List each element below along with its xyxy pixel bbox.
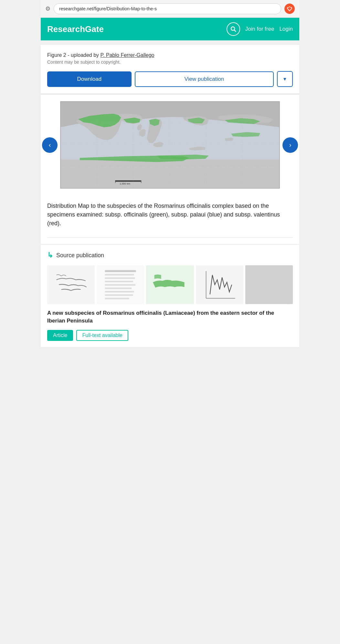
figure-caption: Distribution Map to the subspecies of th… bbox=[41, 195, 299, 238]
thumbnail-3[interactable] bbox=[146, 265, 194, 304]
dropdown-button[interactable]: ▾ bbox=[277, 71, 293, 87]
site-header: ResearchGate Join for free Login bbox=[41, 18, 299, 40]
author-link[interactable]: P. Pablo Ferrer-Gallego bbox=[101, 52, 154, 58]
figure-image-container: ‹ bbox=[41, 95, 299, 195]
thumbnail-2[interactable] bbox=[97, 265, 144, 304]
header-nav: Join for free Login bbox=[245, 26, 293, 32]
svg-rect-32 bbox=[250, 265, 288, 304]
publication-badges: Article Full-text available bbox=[47, 330, 293, 341]
chevron-right-icon: › bbox=[289, 141, 292, 149]
svg-rect-4 bbox=[115, 180, 141, 182]
figure-meta: Figure 2 - uploaded by P. Pablo Ferrer-G… bbox=[47, 52, 293, 58]
figure-metadata-card: Figure 2 - uploaded by P. Pablo Ferrer-G… bbox=[41, 44, 299, 94]
source-header: ↳ Source publication bbox=[47, 251, 293, 259]
svg-line-1 bbox=[234, 30, 236, 32]
join-button[interactable]: Join for free bbox=[245, 26, 274, 32]
distribution-map: 1,000 km bbox=[60, 101, 280, 189]
next-arrow-button[interactable]: › bbox=[282, 137, 298, 153]
svg-rect-25 bbox=[105, 291, 134, 293]
chevron-left-icon: ‹ bbox=[49, 141, 51, 149]
thumbnail-1[interactable] bbox=[47, 265, 95, 304]
figure-section: ‹ bbox=[41, 94, 299, 348]
svg-rect-21 bbox=[105, 278, 135, 279]
chevron-down-icon: ▾ bbox=[283, 76, 286, 82]
source-label: Source publication bbox=[56, 252, 104, 259]
browser-bar: ⚙ researchgate.net/figure/Distribution-M… bbox=[41, 0, 299, 18]
svg-rect-20 bbox=[105, 274, 134, 276]
site-logo: ResearchGate bbox=[47, 24, 221, 34]
svg-rect-5 bbox=[115, 180, 116, 183]
svg-rect-26 bbox=[105, 294, 133, 296]
svg-rect-22 bbox=[105, 281, 133, 282]
login-button[interactable]: Login bbox=[279, 26, 293, 32]
thumb-placeholder-svg bbox=[245, 265, 293, 304]
svg-text:1,000 km: 1,000 km bbox=[120, 182, 130, 185]
thumbnail-5[interactable] bbox=[245, 265, 293, 304]
thumb-chart-svg bbox=[196, 265, 243, 304]
thumb-green-map-svg bbox=[146, 265, 194, 304]
url-text: researchgate.net/figure/Distribution-Map… bbox=[59, 6, 276, 11]
action-buttons: Download View publication ▾ bbox=[47, 71, 293, 87]
brave-browser-icon bbox=[284, 4, 295, 14]
publication-thumbnails bbox=[47, 265, 293, 304]
svg-rect-6 bbox=[141, 180, 141, 183]
svg-rect-27 bbox=[105, 298, 129, 300]
svg-rect-19 bbox=[105, 270, 136, 272]
thumbnail-4[interactable] bbox=[196, 265, 243, 304]
source-arrow-icon: ↳ bbox=[47, 251, 53, 259]
search-button[interactable] bbox=[227, 22, 240, 36]
thumb-map-svg bbox=[47, 265, 95, 304]
svg-rect-23 bbox=[105, 284, 136, 286]
thumb-text-svg bbox=[97, 265, 144, 304]
prev-arrow-button[interactable]: ‹ bbox=[42, 137, 58, 153]
download-button[interactable]: Download bbox=[47, 71, 132, 87]
article-badge: Article bbox=[47, 330, 73, 341]
url-bar[interactable]: researchgate.net/figure/Distribution-Map… bbox=[54, 3, 281, 14]
source-publication-section: ↳ Source publication bbox=[41, 244, 299, 347]
svg-rect-24 bbox=[105, 288, 132, 289]
copyright-text: Content may be subject to copyright. bbox=[47, 59, 293, 65]
publication-title: A new subspecies of Rosmarinus officinal… bbox=[47, 309, 293, 325]
settings-icon: ⚙ bbox=[45, 5, 50, 12]
svg-point-0 bbox=[231, 27, 235, 30]
fulltext-badge-button[interactable]: Full-text available bbox=[76, 330, 128, 341]
view-publication-button[interactable]: View publication bbox=[135, 71, 274, 87]
divider bbox=[47, 238, 293, 238]
